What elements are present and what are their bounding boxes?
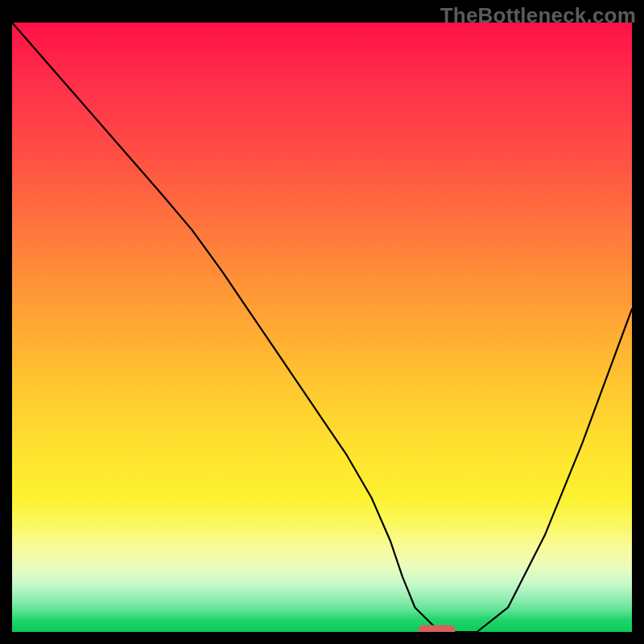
chart-overlay [12, 23, 632, 632]
bottleneck-curve [12, 23, 632, 632]
watermark-text: TheBottleneck.com [440, 3, 636, 28]
chart-frame: TheBottleneck.com [0, 0, 644, 644]
plot-area [12, 23, 632, 632]
optimal-range-marker [418, 625, 455, 633]
